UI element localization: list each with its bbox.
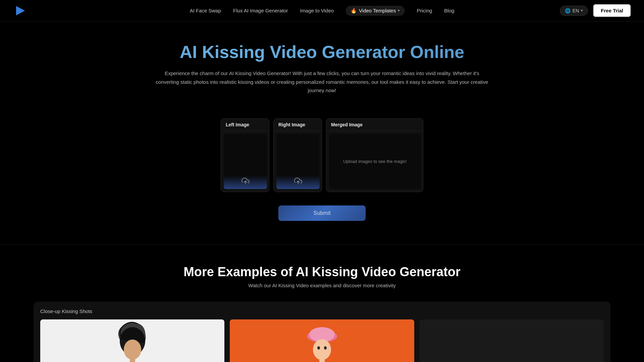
- chevron-down-icon: ▾: [398, 8, 400, 13]
- examples-grid: [40, 319, 604, 362]
- examples-section: More Examples of AI Kissing Video Genera…: [0, 245, 644, 362]
- examples-card: Close-up Kissing Shots: [34, 302, 610, 362]
- upload-icon: [241, 177, 250, 185]
- svg-rect-5: [130, 359, 135, 362]
- left-upload-area[interactable]: [224, 134, 267, 189]
- examples-card-title: Close-up Kissing Shots: [40, 308, 604, 314]
- hero-subtitle: Experience the charm of our AI Kissing V…: [154, 69, 490, 95]
- nav-pricing[interactable]: Pricing: [417, 8, 432, 13]
- globe-icon: 🌐: [565, 8, 571, 13]
- right-image-label: Right Image: [274, 119, 322, 131]
- svg-point-10: [317, 346, 320, 350]
- hero-title: AI Kissing Video Generator Online: [13, 42, 631, 62]
- right-upload-area[interactable]: [276, 134, 320, 189]
- example-thumb-3[interactable]: [420, 319, 604, 362]
- header: AI Face Swap Flux AI Image Generator Ima…: [0, 0, 644, 21]
- right-image-panel: Right Image: [273, 118, 322, 192]
- example-thumb-1[interactable]: [40, 319, 224, 362]
- merged-image-panel: Merged Image Upload images to see the ma…: [326, 118, 423, 192]
- example-thumb-2[interactable]: [230, 319, 414, 362]
- nav-image-to-video[interactable]: Image to Video: [300, 8, 334, 13]
- right-upload-icon-wrap: [294, 174, 302, 189]
- submit-wrap: Submit: [0, 199, 644, 231]
- fire-icon: 🔥: [351, 8, 357, 14]
- left-image-panel: Left Image: [221, 118, 269, 192]
- merged-image-label: Merged Image: [326, 119, 423, 131]
- nav-video-templates[interactable]: 🔥 Video Templates ▾: [346, 6, 405, 16]
- examples-subtitle: Watch our AI Kissing Video examples and …: [34, 283, 610, 288]
- hero-section: AI Kissing Video Generator Online Experi…: [0, 21, 644, 108]
- free-trial-button[interactable]: Free Trial: [593, 4, 631, 17]
- svg-point-4: [124, 340, 141, 360]
- lang-chevron-icon: ▾: [581, 8, 583, 13]
- video-templates-label: Video Templates: [359, 8, 396, 13]
- main-content: AI Kissing Video Generator Online Experi…: [0, 0, 644, 362]
- nav-ai-face-swap[interactable]: AI Face Swap: [190, 8, 221, 13]
- left-image-label: Left Image: [221, 119, 269, 131]
- header-right: 🌐 EN ▾ Free Trial: [560, 4, 631, 17]
- submit-button[interactable]: Submit: [278, 205, 366, 221]
- nav-flux-ai[interactable]: Flux AI Image Generator: [233, 8, 288, 13]
- main-nav: AI Face Swap Flux AI Image Generator Ima…: [190, 6, 454, 16]
- left-upload-icon-wrap: [241, 174, 250, 189]
- merged-display-area: Upload images to see the magic!: [329, 134, 421, 189]
- merged-panel-body: Upload images to see the magic!: [326, 131, 423, 192]
- language-selector[interactable]: 🌐 EN ▾: [560, 6, 588, 16]
- lang-label: EN: [573, 8, 579, 13]
- logo[interactable]: [13, 4, 27, 17]
- nav-blog[interactable]: Blog: [444, 8, 454, 13]
- examples-title: More Examples of AI Kissing Video Genera…: [34, 265, 610, 279]
- merged-placeholder-text: Upload images to see the magic!: [343, 159, 407, 164]
- upload-section: Left Image Right Image: [0, 108, 644, 199]
- right-panel-body: [274, 131, 322, 192]
- svg-rect-12: [319, 359, 325, 362]
- svg-point-11: [324, 346, 327, 350]
- svg-marker-0: [16, 6, 25, 15]
- upload-icon: [294, 177, 302, 185]
- svg-point-9: [313, 339, 331, 360]
- left-panel-body: [221, 131, 269, 192]
